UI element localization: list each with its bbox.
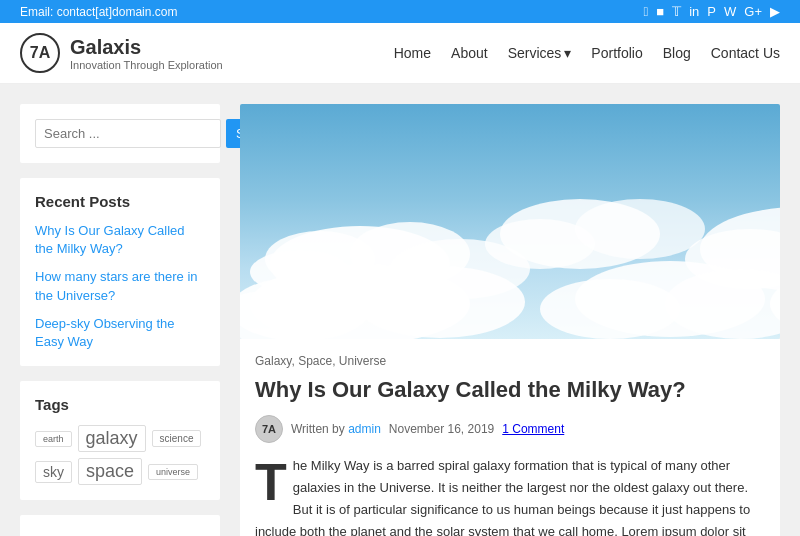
hero-svg bbox=[240, 104, 780, 339]
nav-contact[interactable]: Contact Us bbox=[711, 45, 780, 61]
list-item: Deep-sky Observing the Easy Way bbox=[35, 315, 205, 351]
list-item: How many stars are there in the Universe… bbox=[35, 268, 205, 304]
article-section: Galaxy, Space, Universe Why Is Our Galax… bbox=[240, 339, 780, 536]
nav-services[interactable]: Services ▾ bbox=[508, 45, 572, 61]
logo-tagline: Innovation Through Exploration bbox=[70, 59, 223, 71]
logo-icon: 7A bbox=[20, 33, 60, 73]
tag-space[interactable]: space bbox=[78, 458, 142, 485]
nav-portfolio[interactable]: Portfolio bbox=[591, 45, 642, 61]
search-widget: Search bbox=[20, 104, 220, 163]
tag-galaxy[interactable]: galaxy bbox=[78, 425, 146, 452]
written-by-label: Written by bbox=[291, 422, 345, 436]
main-nav: Home About Services ▾ Portfolio Blog Con… bbox=[394, 45, 780, 61]
tag-science[interactable]: science bbox=[152, 430, 202, 447]
wordpress-icon[interactable]: W bbox=[724, 4, 736, 19]
recent-post-2[interactable]: How many stars are there in the Universe… bbox=[35, 269, 198, 302]
logo-brand: Galaxis bbox=[70, 36, 223, 59]
pinterest-icon[interactable]: P bbox=[707, 4, 716, 19]
list-item: Why Is Our Galaxy Called the Milky Way? bbox=[35, 222, 205, 258]
more-icon: • • • bbox=[35, 530, 67, 536]
svg-point-15 bbox=[355, 266, 525, 338]
article-title: Why Is Our Galaxy Called the Milky Way? bbox=[255, 376, 765, 405]
site-header: 7A Galaxis Innovation Through Exploratio… bbox=[0, 23, 800, 84]
author-avatar: 7A bbox=[255, 415, 283, 443]
tags-title: Tags bbox=[35, 396, 205, 413]
logo-area: 7A Galaxis Innovation Through Exploratio… bbox=[20, 33, 223, 73]
nav-blog[interactable]: Blog bbox=[663, 45, 691, 61]
recent-post-3[interactable]: Deep-sky Observing the Easy Way bbox=[35, 316, 174, 349]
article-meta-author: Written by admin bbox=[291, 422, 381, 436]
article-comments[interactable]: 1 Comment bbox=[502, 422, 564, 436]
instagram-icon[interactable]: ■ bbox=[656, 4, 664, 19]
author-link[interactable]: admin bbox=[348, 422, 381, 436]
main-layout: Search Recent Posts Why Is Our Galaxy Ca… bbox=[0, 84, 800, 536]
tag-sky[interactable]: sky bbox=[35, 461, 72, 483]
chevron-down-icon: ▾ bbox=[564, 45, 571, 61]
tag-universe[interactable]: universe bbox=[148, 464, 198, 480]
svg-point-18 bbox=[540, 279, 680, 339]
tag-earth[interactable]: earth bbox=[35, 431, 72, 447]
tags-cloud: earth galaxy science sky space universe bbox=[35, 425, 205, 485]
linkedin-icon[interactable]: in bbox=[689, 4, 699, 19]
youtube-icon[interactable]: ▶ bbox=[770, 4, 780, 19]
main-content: Galaxy, Space, Universe Why Is Our Galax… bbox=[240, 104, 780, 536]
drop-cap: T bbox=[255, 455, 293, 502]
recent-posts-widget: Recent Posts Why Is Our Galaxy Called th… bbox=[20, 178, 220, 366]
nav-about[interactable]: About bbox=[451, 45, 488, 61]
social-icons:  ■ 𝕋 in P W G+ ▶ bbox=[644, 4, 780, 19]
search-input[interactable] bbox=[35, 119, 221, 148]
tags-widget: Tags earth galaxy science sky space univ… bbox=[20, 381, 220, 500]
facebook-icon[interactable]:  bbox=[644, 4, 649, 19]
article-body: T he Milky Way is a barred spiral galaxy… bbox=[255, 455, 765, 536]
article-date: November 16, 2019 bbox=[389, 422, 494, 436]
article-text: he Milky Way is a barred spiral galaxy f… bbox=[255, 458, 762, 536]
sidebar: Search Recent Posts Why Is Our Galaxy Ca… bbox=[20, 104, 220, 536]
logo-text: Galaxis Innovation Through Exploration bbox=[70, 36, 223, 71]
search-form: Search bbox=[35, 119, 205, 148]
top-bar: Email: contact[at]domain.com  ■ 𝕋 in P … bbox=[0, 0, 800, 23]
extra-widget: • • • bbox=[20, 515, 220, 536]
recent-posts-title: Recent Posts bbox=[35, 193, 205, 210]
article-meta: 7A Written by admin November 16, 2019 1 … bbox=[255, 415, 765, 443]
recent-post-1[interactable]: Why Is Our Galaxy Called the Milky Way? bbox=[35, 223, 185, 256]
top-bar-email: Email: contact[at]domain.com bbox=[20, 5, 177, 19]
svg-point-8 bbox=[575, 199, 705, 259]
twitter-icon[interactable]: 𝕋 bbox=[672, 4, 681, 19]
hero-image bbox=[240, 104, 780, 339]
googleplus-icon[interactable]: G+ bbox=[744, 4, 762, 19]
recent-posts-list: Why Is Our Galaxy Called the Milky Way? … bbox=[35, 222, 205, 351]
article-categories: Galaxy, Space, Universe bbox=[255, 354, 765, 368]
nav-home[interactable]: Home bbox=[394, 45, 431, 61]
